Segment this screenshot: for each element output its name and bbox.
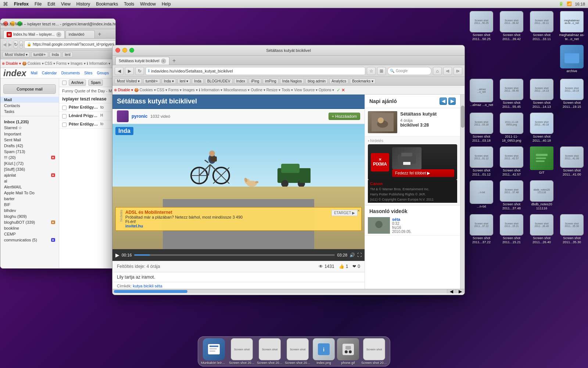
address-bar-indavideo[interactable]: ℹ indavideo.hu/video/Setaltass_kutyat_bi…	[146, 67, 365, 75]
bookmark-inda-iv[interactable]: Inda ▾	[162, 78, 176, 84]
tab-indavideo[interactable]: indavideó	[65, 30, 95, 38]
menu-window[interactable]: Window	[140, 1, 156, 7]
devtools-info-iv[interactable]: ℹ Information ▾	[199, 88, 223, 92]
gmail-nav-contacts[interactable]: Contacts	[0, 103, 59, 109]
bookmark-lenl[interactable]: lenl	[62, 52, 73, 57]
reload-button[interactable]: ↻	[14, 40, 18, 49]
dock-item-7[interactable]: Screen shot Screen shot 2011...39.52	[361, 338, 387, 365]
sidebar-next-button[interactable]: ▶	[448, 98, 456, 105]
bookmark-tumblr-iv[interactable]: tumblr+	[143, 78, 160, 84]
email-row-2[interactable]: Lénárd Prigyeni H	[59, 112, 115, 120]
archive-button[interactable]: Archive	[69, 79, 86, 86]
home-button[interactable]: ⌂	[19, 40, 23, 49]
gmail-nav-alertmail[interactable]: AlertMAIL	[0, 184, 59, 190]
menu-edit[interactable]: Edit	[47, 1, 55, 7]
tag-kutya[interactable]: kutya	[133, 284, 142, 288]
horizontal-scrollbar[interactable]: ▶ ◀	[112, 289, 465, 293]
devtools-info[interactable]: ℹ Information ▾	[87, 61, 111, 66]
nav-groups[interactable]: Groups	[97, 71, 109, 75]
gmail-nav-kozl[interactable]: [Közl.] (72)	[0, 160, 59, 166]
devtools-cookies[interactable]: 🍪 Cookies ▾	[22, 61, 44, 66]
desktop-icon[interactable]: 2011-11-180953.png 2011-11-18_0953.png	[497, 111, 526, 144]
etarget-button[interactable]: ETARGET ▶	[331, 210, 358, 216]
dock-item-6[interactable]: phone.gif	[337, 338, 359, 365]
volume-button[interactable]: 🔊	[349, 252, 355, 258]
gmail-nav-bookline[interactable]: bookline	[0, 225, 59, 231]
sidebar-prev-button[interactable]: ◀	[440, 98, 447, 105]
desktop-icon[interactable]: Screen shot2011...40.18 Screen shot 2011…	[527, 111, 556, 144]
gmail-nav-important[interactable]: Important	[0, 131, 59, 137]
nav-mail[interactable]: Mail	[31, 71, 37, 75]
devtools-resize-iv[interactable]: Resize ▾	[266, 88, 280, 92]
devtools-images-iv[interactable]: Images ▾	[183, 88, 198, 92]
gmail-nav-bloghu[interactable]: bloghu (909)	[0, 213, 59, 219]
menu-tools[interactable]: Tools	[124, 1, 134, 7]
devtools-viewsource-iv[interactable]: View Source ▾	[294, 88, 318, 92]
address-bar-gmail[interactable]: 🔒 https://mail.google.com/mail/?account_…	[24, 40, 116, 49]
desktop-icon[interactable]: Screen shot2011...39.42 Screen shot 2011…	[497, 10, 526, 43]
gmail-nav-misc1[interactable]: !!! (20) ●	[0, 155, 59, 160]
devtools-outline-iv[interactable]: Outline ▾	[251, 88, 265, 92]
bookmark-blogadmin-iv[interactable]: blog admin	[305, 78, 328, 84]
tab-new-button-indavideo[interactable]: +	[170, 57, 178, 65]
nav-next-button[interactable]: ⊳	[453, 67, 462, 75]
desktop-icon[interactable]: Screen shot2011...03.18 Screen shot 2011…	[467, 111, 496, 144]
ad-cta-button[interactable]: Fedezz fel többet ▶	[392, 169, 454, 177]
nav-sites[interactable]: Sites	[84, 71, 92, 75]
devtools-forms[interactable]: Forms ▾	[56, 61, 69, 66]
play-button[interactable]: ▶	[115, 252, 119, 258]
desktop-icon[interactable]: Screen shot2011...01.12 Screen shot 2011…	[467, 145, 496, 178]
email-row-3[interactable]: Péter Erdőgyaraki to	[59, 120, 115, 129]
gmail-nav-al[interactable]: al	[0, 178, 59, 184]
indavideo-minimize-button[interactable]	[122, 48, 127, 53]
ad-brand[interactable]: invitel.hu	[125, 224, 331, 228]
nav-home-button[interactable]: ⌂	[433, 67, 442, 75]
tag-bicikli[interactable]: bicikli	[144, 284, 154, 288]
compose-button[interactable]: Compose mail	[3, 84, 56, 94]
gmail-nav-starred[interactable]: Starred ☆	[0, 125, 59, 131]
bookmark-lenl-iv[interactable]: lenl ▾	[178, 78, 190, 84]
desktop-icon[interactable]: ...n-txt ...n-txt	[467, 179, 496, 212]
menu-bookmarks[interactable]: Bookmarks	[96, 1, 118, 7]
nav-calendar[interactable]: Calendar	[42, 71, 57, 75]
menu-history[interactable]: History	[76, 1, 90, 7]
nav-prev-button[interactable]: ⊲	[443, 67, 452, 75]
featured-video-title[interactable]: Sétáltass kutyát	[400, 111, 457, 117]
bookmark-most-visited[interactable]: Most Visited ▾	[3, 52, 30, 57]
gmail-nav-bloghubot[interactable]: bloghuBOT (339) ●	[0, 219, 59, 225]
email-checkbox[interactable]	[62, 114, 67, 118]
devtools-forms-iv[interactable]: Forms ▾	[168, 88, 182, 92]
devtools-check-iv[interactable]: ✓	[337, 88, 340, 93]
gmail-nav-bif[interactable]: BIF	[0, 202, 59, 208]
dock-item-1[interactable]: Munkaköri leírás...er.doc	[201, 338, 227, 365]
scroll-right-button[interactable]: ▶	[456, 289, 465, 293]
sidebar-scrollbar[interactable]	[460, 95, 465, 289]
apple-menu[interactable]: ⌘	[3, 1, 8, 7]
desktop-icon[interactable]: archive	[557, 43, 587, 77]
progress-bar[interactable]	[134, 254, 335, 256]
desktop-icon[interactable]: Screen shot2011...19.15 Screen shot 2011…	[557, 77, 587, 110]
video-username[interactable]: pyronic	[132, 114, 147, 119]
select-all-checkbox[interactable]	[62, 81, 67, 85]
bookmark-inda[interactable]: Inda	[50, 52, 61, 57]
devtools-disable-iv[interactable]: ⊗ Disable ▾	[114, 88, 133, 92]
tab-indavideo-active[interactable]: Sétáltass kutyát biciklivel ×	[115, 57, 169, 65]
gmail-nav-applemailto[interactable]: Apple Mail To Do	[0, 190, 59, 196]
desktop-icon[interactable]: Screen shot2011...37.22 Screen shot 2011…	[467, 213, 496, 246]
gmail-nav-drafts[interactable]: Drafts (42)	[0, 143, 59, 149]
menu-view[interactable]: View	[61, 1, 71, 7]
tag-seta[interactable]: séta	[155, 284, 162, 288]
search-box-indavideo[interactable]: 🔍 Google	[387, 67, 431, 75]
nav-documents[interactable]: Documents	[61, 71, 80, 75]
gmail-nav-stuff[interactable]: [Stuff] (336)	[0, 166, 59, 172]
gmail-nav-tasks[interactable]: Tasks	[0, 109, 59, 114]
gmail-nav-ajanlat[interactable]: ajánlat ●	[0, 172, 59, 178]
desktop-icon[interactable]: Screen shot2011...33.11 Screen shot 2011…	[527, 10, 556, 43]
bookmark-index-iv[interactable]: Index	[234, 78, 247, 84]
desktop-icon[interactable]: Screen shot2011...14.13 Screen shot 2011…	[527, 77, 556, 110]
tab-close-gmail[interactable]: ×	[56, 32, 61, 37]
devtools-css[interactable]: CSS ▾	[45, 61, 55, 66]
email-row-1[interactable]: Péter Erdőgyaraki to	[59, 103, 115, 112]
hozzaadom-button[interactable]: + Hozzáadom	[329, 113, 360, 120]
menu-firefox[interactable]: Firefox	[14, 1, 29, 7]
